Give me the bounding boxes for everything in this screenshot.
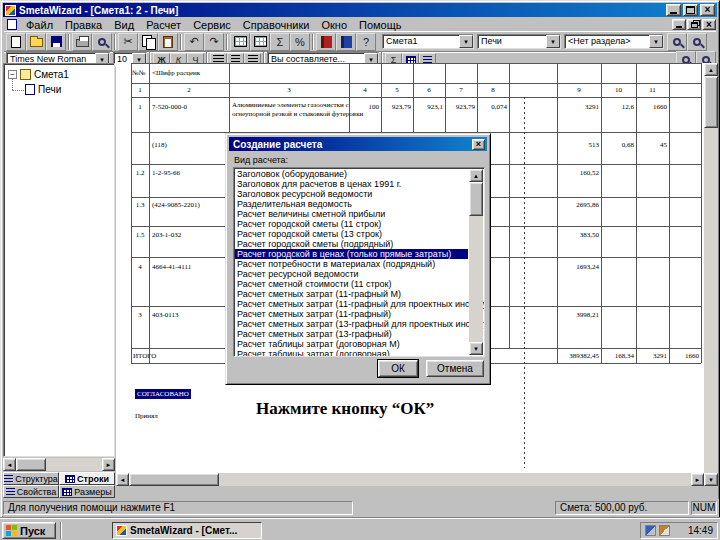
scroll-up-button[interactable]: ▲ <box>469 169 483 182</box>
chevron-down-icon[interactable]: ▼ <box>546 35 560 48</box>
preview-button[interactable] <box>92 33 112 51</box>
list-item[interactable]: Расчет ресурсной ведомости <box>235 269 468 279</box>
close-button[interactable]: × <box>700 4 715 16</box>
copy-button[interactable] <box>138 33 158 51</box>
scroll-left-button[interactable]: ◄ <box>116 473 129 486</box>
collapse-icon[interactable]: − <box>8 70 17 79</box>
list-item-label: Расчет потребности в материалах (подрядн… <box>237 259 435 269</box>
zoom-out-button[interactable] <box>667 33 687 51</box>
list-item[interactable]: Расчет потребности в материалах (подрядн… <box>235 259 468 269</box>
list-item[interactable]: Расчет сметных затрат (11-графный для пр… <box>235 299 468 309</box>
tree-hscrollbar[interactable]: ◄ ► <box>3 458 115 471</box>
ok-button[interactable]: ОК <box>378 360 418 377</box>
tab-properties[interactable]: Свойства <box>3 485 59 498</box>
sheet-combo[interactable]: Смета1 ▼ <box>382 34 474 49</box>
tree-item-smeta[interactable]: − Смета1 <box>8 69 69 80</box>
zoom-in-button[interactable] <box>687 33 707 51</box>
scroll-down-button[interactable]: ▼ <box>704 473 718 486</box>
mdi-minimize-button[interactable] <box>672 19 686 30</box>
calc-button[interactable]: % <box>290 33 310 51</box>
menu-window[interactable]: Окно <box>315 19 353 31</box>
paste-button[interactable] <box>158 33 178 51</box>
new-button[interactable] <box>6 33 26 51</box>
list-item[interactable]: Разделительная ведомость <box>235 199 468 209</box>
list-item[interactable]: Расчет сметных затрат (13-графный для пр… <box>235 319 468 329</box>
list-item[interactable]: Заголовок ресурсной ведомости <box>235 189 468 199</box>
print-button[interactable] <box>72 33 92 51</box>
redo-button[interactable]: ↷ <box>204 33 224 51</box>
tree-item-pechi[interactable]: Печи <box>25 84 61 95</box>
tab-structure[interactable]: Структура <box>3 472 59 485</box>
listbox-scrollbar[interactable]: ▲ ▼ <box>469 169 483 355</box>
open-button[interactable] <box>26 33 46 51</box>
menu-catalogs[interactable]: Справочники <box>237 19 316 31</box>
delete-row-button[interactable] <box>250 33 270 51</box>
start-button[interactable]: Пуск <box>2 522 56 539</box>
list-item[interactable]: Расчет таблицы затрат (договорная М) <box>235 339 468 349</box>
chevron-down-icon[interactable]: ▼ <box>459 35 473 48</box>
list-item[interactable]: Расчет величины сметной прибыли <box>235 209 468 219</box>
tab-rows[interactable]: Строки <box>59 472 115 485</box>
menu-service[interactable]: Сервис <box>187 19 237 31</box>
calculation-type-listbox[interactable]: ▲ ▼ Заголовок (оборудование) Заголовок д… <box>233 167 485 357</box>
cancel-button[interactable]: Отмена <box>426 360 484 377</box>
scroll-right-button[interactable]: ► <box>102 458 115 471</box>
tab-sizes[interactable]: Размеры <box>59 485 115 498</box>
help-button[interactable]: ? <box>356 33 376 51</box>
chevron-down-icon[interactable]: ▼ <box>649 35 663 48</box>
tray-icon-display[interactable] <box>645 525 656 536</box>
dialog-close-button[interactable]: × <box>472 139 485 150</box>
scroll-thumb[interactable] <box>16 458 46 471</box>
list-item[interactable]: Заголовок (оборудование) <box>235 169 468 179</box>
doc-hscrollbar[interactable]: ◄ ► <box>116 473 704 486</box>
list-item[interactable]: Расчет городской сметы (13 строк) <box>235 229 468 239</box>
document-icon[interactable] <box>7 19 17 30</box>
list-item[interactable]: Расчет сметных затрат (13-графный) <box>235 329 468 339</box>
cut-button[interactable]: ✂ <box>118 33 138 51</box>
undo-button[interactable]: ↶ <box>184 33 204 51</box>
list-item[interactable]: Расчет сметных затрат (11-графный М) <box>235 289 468 299</box>
scroll-thumb[interactable] <box>704 76 718 128</box>
table-cell: 7-520-000-0 <box>152 103 187 111</box>
list-item[interactable]: Расчет сметной стоимости (11 строк) <box>235 279 468 289</box>
tray-icon-volume[interactable] <box>659 525 670 536</box>
col-number: 9 <box>557 86 601 94</box>
menu-calc[interactable]: Расчет <box>140 19 187 31</box>
scroll-thumb[interactable] <box>129 473 219 486</box>
scroll-thumb[interactable] <box>469 182 483 216</box>
sum-button[interactable]: Σ <box>270 33 290 51</box>
list-item[interactable]: Расчет сметных затрат (11-графный) <box>235 309 468 319</box>
table-cell: 403-0113 <box>152 311 179 319</box>
doc-vscrollbar[interactable]: ▲ ▼ <box>704 63 718 486</box>
subsection-combo[interactable]: <Нет раздела> ▼ <box>564 34 664 49</box>
minimize-button[interactable] <box>666 4 681 16</box>
menu-edit[interactable]: Правка <box>59 19 108 31</box>
save-button[interactable] <box>46 33 66 51</box>
system-tray: 14:49 <box>640 522 718 539</box>
maximize-button[interactable] <box>683 4 698 16</box>
titlebar[interactable]: SmetaWizard - [Смета1: 2 - Печи] × <box>3 3 717 17</box>
section-combo[interactable]: Печи ▼ <box>477 34 561 49</box>
list-item[interactable]: Расчет городской сметы (подрядный) <box>235 239 468 249</box>
scroll-left-button[interactable]: ◄ <box>3 458 16 471</box>
norm-base-button[interactable] <box>316 33 336 51</box>
task-button-smetawizard[interactable]: SmetaWizard - [Смет... <box>112 522 262 539</box>
agreed-selected-text[interactable]: СОГЛАСОВАНО <box>135 389 191 399</box>
list-item[interactable]: Расчет городской в ценах (только прямые … <box>235 249 468 259</box>
menu-view[interactable]: Вид <box>108 19 140 31</box>
mdi-close-button[interactable]: × <box>702 19 716 30</box>
app-icon <box>5 5 16 16</box>
mdi-restore-button[interactable] <box>687 19 701 30</box>
scroll-down-button[interactable]: ▼ <box>469 342 483 355</box>
menu-file[interactable]: Файл <box>20 19 59 31</box>
list-item[interactable]: Расчет таблицы затрат (договорная) <box>235 349 468 357</box>
list-item[interactable]: Заголовок для расчетов в ценах 1991 г. <box>235 179 468 189</box>
price-base-button[interactable] <box>336 33 356 51</box>
menu-help[interactable]: Помощь <box>353 19 408 31</box>
scroll-right-button[interactable]: ► <box>691 473 704 486</box>
insert-row-button[interactable] <box>230 33 250 51</box>
lines-icon <box>423 56 432 63</box>
list-item[interactable]: Расчет городской сметы (11 строк) <box>235 219 468 229</box>
dialog-titlebar[interactable]: Создание расчета × <box>229 137 487 151</box>
scroll-up-button[interactable]: ▲ <box>704 63 718 76</box>
